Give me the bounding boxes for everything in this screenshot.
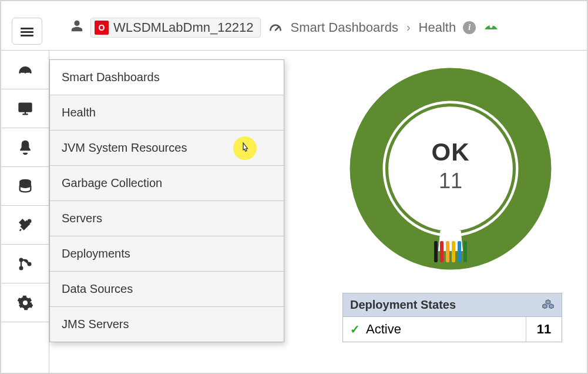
user-icon — [70, 19, 83, 36]
donut-status-label: OK — [432, 138, 470, 166]
flyout-item-data-sources[interactable]: Data Sources — [50, 272, 284, 307]
flyout-item-jms-servers[interactable]: JMS Servers — [50, 307, 284, 342]
nav-tools[interactable] — [1, 206, 49, 245]
oracle-icon: O — [95, 21, 109, 35]
breadcrumb-page: Health — [419, 20, 456, 35]
spark-5 — [458, 241, 461, 262]
flyout-title: Smart Dashboards — [50, 60, 284, 95]
donut-count: 11 — [432, 169, 470, 193]
flyout-item-health[interactable]: Health — [50, 95, 284, 131]
hamburger-menu-button[interactable] — [12, 18, 42, 45]
breadcrumb: O WLSDMLabDmn_12212 Smart Dashboards › H… — [70, 18, 499, 38]
nav-alerts[interactable] — [1, 128, 49, 167]
svg-rect-7 — [19, 103, 31, 111]
nav-database[interactable] — [1, 167, 49, 206]
donut-center: OK 11 — [432, 138, 470, 193]
left-nav-rail — [1, 51, 49, 373]
flyout-item-label: Data Sources — [62, 282, 133, 295]
flyout-item-label: Servers — [62, 212, 102, 225]
spark-2 — [440, 241, 443, 262]
flyout-item-jvm-system-resources[interactable]: JVM System Resources — [50, 131, 284, 166]
spark-1 — [434, 241, 438, 262]
nav-monitor[interactable] — [1, 89, 49, 128]
deployment-row-value: 11 — [526, 317, 562, 342]
deployment-states-header: Deployment States — [343, 293, 562, 317]
svg-rect-5 — [495, 22, 496, 24]
nav-branches[interactable] — [1, 245, 49, 283]
flyout-item-label: JVM System Resources — [62, 141, 187, 154]
svg-line-0 — [275, 27, 278, 30]
cursor-pointer-icon — [233, 136, 257, 160]
svg-rect-3 — [486, 22, 488, 24]
flyout-item-deployments[interactable]: Deployments — [50, 236, 284, 272]
spark-3 — [446, 241, 449, 262]
info-icon[interactable]: i — [463, 21, 476, 34]
deployment-states-panel: Deployment States ✓ Active 11 — [342, 293, 562, 342]
nav-settings[interactable] — [1, 283, 49, 322]
domain-chip[interactable]: O WLSDMLabDmn_12212 — [90, 18, 261, 38]
deployment-states-title: Deployment States — [350, 298, 456, 312]
health-donut-chart: OK 11 — [348, 66, 553, 272]
svg-rect-4 — [490, 21, 492, 22]
health-gauge-icon[interactable] — [483, 18, 499, 38]
flyout-item-label: Deployments — [62, 247, 130, 260]
cubes-icon[interactable] — [542, 299, 555, 312]
spark-4 — [452, 241, 455, 262]
svg-point-13 — [19, 266, 22, 269]
chevron-right-icon: › — [405, 21, 412, 34]
breadcrumb-section[interactable]: Smart Dashboards — [290, 20, 398, 35]
flyout-item-label: Health — [62, 106, 96, 119]
smart-dashboards-flyout: Smart Dashboards Health JVM System Resou… — [49, 59, 284, 342]
deployment-row-label: Active — [366, 322, 401, 337]
flyout-item-label: Garbage Collection — [62, 176, 162, 189]
hamburger-icon — [21, 26, 33, 36]
deployment-row-label-cell: ✓ Active — [343, 317, 526, 342]
svg-point-12 — [19, 258, 22, 261]
spark-legend — [434, 241, 467, 262]
gauge-icon — [268, 19, 283, 35]
flyout-item-servers[interactable]: Servers — [50, 201, 284, 236]
flyout-item-garbage-collection[interactable]: Garbage Collection — [50, 166, 284, 201]
top-bar: O WLSDMLabDmn_12212 Smart Dashboards › H… — [1, 1, 587, 51]
deployment-row[interactable]: ✓ Active 11 — [343, 317, 562, 342]
flyout-item-label: JMS Servers — [62, 318, 129, 330]
nav-dashboards[interactable] — [1, 51, 49, 89]
domain-name: WLSDMLabDmn_12212 — [113, 20, 253, 35]
svg-point-11 — [28, 219, 31, 222]
spark-6 — [463, 241, 467, 262]
check-icon: ✓ — [350, 322, 360, 336]
